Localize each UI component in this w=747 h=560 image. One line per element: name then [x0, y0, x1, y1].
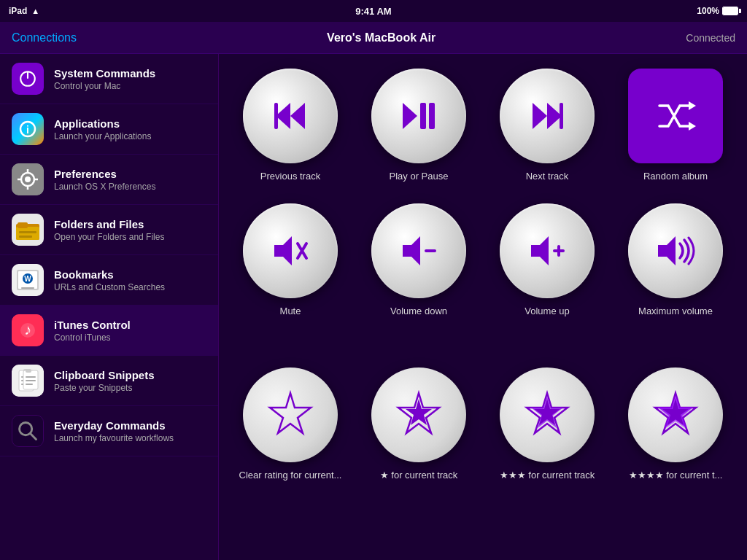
svg-rect-16: [19, 231, 36, 233]
svg-text:♪: ♪: [24, 322, 31, 338]
sidebar-item-preferences[interactable]: Preferences Launch OS X Preferences: [0, 155, 218, 205]
sidebar-item-applications[interactable]: i Applications Launch your Applications: [0, 104, 218, 155]
svg-marker-44: [403, 103, 417, 129]
prev-track-button[interactable]: [243, 69, 338, 163]
svg-marker-42: [290, 103, 305, 129]
volume-down-label: Volume down: [390, 306, 447, 316]
three-star-label: ★★★ for current track: [500, 470, 595, 481]
folders-files-text: Folders and Files Open your Folders and …: [54, 218, 164, 242]
itunes-icon: ♪: [12, 314, 44, 346]
sidebar-item-everyday-commands[interactable]: Everyday Commands Launch my favourite wo…: [0, 406, 218, 456]
nav-bar: Connections Vero's MacBook Air Connected: [0, 22, 747, 54]
bookmarks-subtitle: URLs and Custom Searches: [54, 282, 165, 292]
applications-text: Applications Launch your Applications: [54, 117, 151, 141]
random-album-item[interactable]: Random album: [619, 69, 732, 182]
clear-rating-item[interactable]: Clear rating for current...: [233, 368, 347, 481]
svg-rect-34: [26, 369, 31, 373]
connections-button[interactable]: Connections: [12, 31, 77, 44]
svg-rect-17: [19, 236, 32, 238]
max-volume-button[interactable]: [628, 203, 723, 298]
battery-icon: [722, 7, 738, 15]
content-spacer: [233, 338, 732, 368]
play-pause-button[interactable]: [371, 69, 466, 163]
status-time: 9:41 AM: [355, 6, 391, 17]
clear-rating-button[interactable]: [243, 368, 338, 462]
itunes-control-title: iTunes Control: [54, 319, 131, 331]
svg-rect-37: [26, 384, 33, 385]
next-track-item[interactable]: Next track: [490, 69, 604, 182]
clipboard-snippets-text: Clipboard Snippets Paste your Snippets: [54, 369, 155, 393]
play-pause-label: Play or Pause: [390, 171, 449, 182]
svg-rect-15: [18, 222, 28, 228]
random-album-button[interactable]: [628, 69, 723, 163]
system-commands-icon: [12, 63, 44, 95]
applications-icon: i: [12, 113, 44, 145]
one-star-label: ★ for current track: [380, 470, 458, 481]
one-star-button[interactable]: [371, 368, 466, 462]
four-star-item[interactable]: ★★★★ for current t...: [619, 368, 732, 481]
svg-rect-45: [420, 103, 426, 129]
sidebar-item-itunes-control[interactable]: ♪ iTunes Control Control iTunes: [0, 306, 218, 356]
applications-subtitle: Launch your Applications: [54, 131, 151, 141]
applications-title: Applications: [54, 117, 151, 130]
svg-point-7: [25, 176, 31, 182]
svg-rect-43: [274, 103, 278, 129]
connected-status: Connected: [686, 32, 735, 44]
svg-marker-55: [403, 236, 420, 265]
device-title: Vero's MacBook Air: [327, 31, 436, 44]
prev-track-label: Previous track: [260, 171, 320, 182]
sidebar-item-bookmarks[interactable]: W Bookmarks URLs and Custom Searches: [0, 255, 218, 306]
svg-text:i: i: [26, 124, 29, 136]
three-star-button[interactable]: [500, 368, 595, 462]
folders-files-title: Folders and Files: [54, 218, 164, 230]
bookmarks-icon: W: [12, 264, 44, 296]
preferences-text: Preferences Launch OS X Preferences: [54, 168, 155, 192]
svg-text:W: W: [24, 275, 31, 283]
svg-marker-51: [689, 122, 696, 131]
svg-marker-50: [689, 101, 696, 110]
clipboard-snippets-icon: [12, 365, 44, 397]
volume-down-button[interactable]: [371, 203, 466, 298]
svg-marker-60: [658, 236, 676, 265]
everyday-commands-subtitle: Launch my favourite workflows: [54, 433, 174, 443]
four-star-button[interactable]: [628, 368, 723, 462]
volume-up-item[interactable]: Volume up: [490, 203, 604, 316]
one-star-item[interactable]: ★ for current track: [362, 368, 476, 481]
device-label: iPad: [9, 6, 27, 16]
bookmarks-title: Bookmarks: [54, 268, 165, 281]
next-track-label: Next track: [526, 171, 569, 182]
sidebar-item-clipboard-snippets[interactable]: Clipboard Snippets Paste your Snippets: [0, 356, 218, 406]
svg-rect-49: [560, 103, 563, 129]
svg-rect-23: [21, 287, 34, 289]
sidebar-item-system-commands[interactable]: System Commands Control your Mac: [0, 54, 218, 104]
four-star-label: ★★★★ for current t...: [629, 470, 723, 481]
preferences-subtitle: Launch OS X Preferences: [54, 182, 155, 192]
wifi-icon: ▲: [31, 7, 39, 15]
sidebar-item-folders-files[interactable]: Folders and Files Open your Folders and …: [0, 205, 218, 255]
status-right: 100%: [697, 6, 738, 16]
itunes-control-text: iTunes Control Control iTunes: [54, 319, 131, 343]
battery-percent: 100%: [697, 6, 719, 16]
next-track-button[interactable]: [500, 69, 595, 163]
system-commands-subtitle: Control your Mac: [54, 81, 155, 91]
mute-button[interactable]: [243, 203, 338, 298]
svg-rect-35: [26, 376, 36, 378]
three-star-item[interactable]: ★★★ for current track: [490, 368, 604, 481]
itunes-control-subtitle: Control iTunes: [54, 332, 131, 343]
svg-marker-52: [274, 236, 292, 265]
mute-item[interactable]: Mute: [233, 203, 347, 316]
volume-down-item[interactable]: Volume down: [362, 203, 476, 316]
clipboard-snippets-subtitle: Paste your Snippets: [54, 383, 155, 393]
play-pause-item[interactable]: Play or Pause: [362, 69, 476, 182]
volume-up-button[interactable]: [500, 203, 595, 298]
svg-rect-46: [429, 103, 435, 129]
svg-marker-47: [533, 103, 547, 129]
max-volume-item[interactable]: Maximum volume: [619, 203, 732, 316]
prev-track-item[interactable]: Previous track: [233, 69, 347, 182]
content-area: Previous track Play or Pause: [219, 54, 747, 560]
system-commands-text: System Commands Control your Mac: [54, 67, 155, 91]
svg-rect-1: [27, 71, 28, 79]
preferences-title: Preferences: [54, 168, 155, 180]
clear-rating-label: Clear rating for current...: [239, 470, 342, 481]
svg-marker-57: [531, 236, 549, 265]
